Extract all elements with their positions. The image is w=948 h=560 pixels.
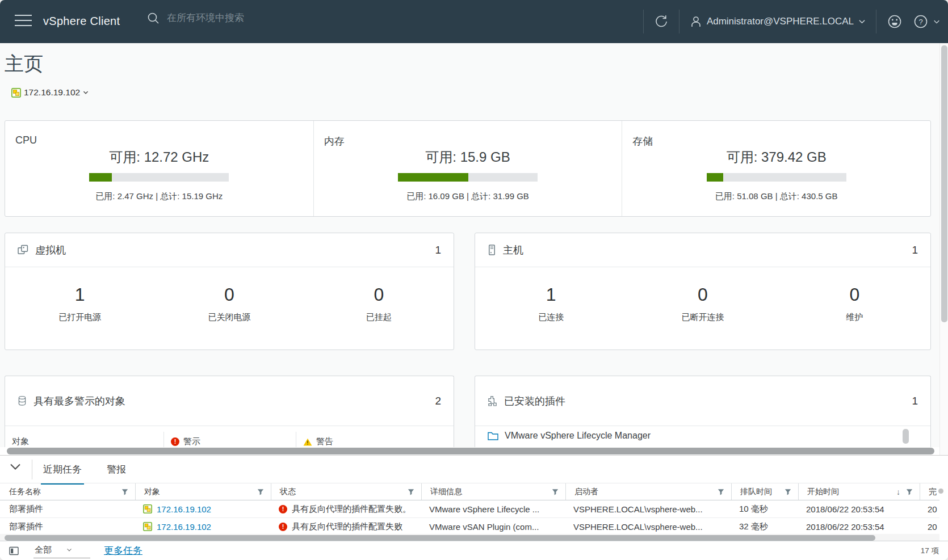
vm-stat-suspended[interactable]: 0 已挂起	[304, 267, 454, 350]
feedback-button[interactable]	[887, 14, 903, 30]
filter-icon[interactable]	[906, 489, 913, 495]
user-menu[interactable]: Administrator@VSPHERE.LOCAL	[690, 15, 866, 28]
task-target-link[interactable]: 172.16.19.102	[157, 522, 211, 532]
task-status: 具有反向代理的插件配置失败	[292, 521, 402, 532]
task-queued-cell: 32 毫秒	[731, 518, 798, 535]
main-vertical-scrollbar[interactable]	[939, 43, 948, 455]
tab-recent-tasks[interactable]: 近期任务	[41, 456, 84, 485]
col-queued[interactable]: 排队时间	[731, 483, 798, 500]
vcenter-address: 172.16.19.102	[24, 87, 80, 98]
col-task-name[interactable]: 任务名称	[0, 483, 135, 500]
col-status[interactable]: 状态	[271, 483, 421, 500]
filter-icon[interactable]	[408, 489, 414, 495]
scrollbar-thumb[interactable]	[941, 45, 947, 322]
resource-summary-panel: CPU 可用: 12.72 GHz 已用: 2.47 GHz | 总计: 15.…	[5, 120, 931, 217]
host-stat-maintenance[interactable]: 0 维护	[779, 267, 930, 350]
col-initiator[interactable]: 启动者	[565, 483, 731, 500]
most-alerts-panel: 具有最多警示的对象 2 对象 ! 警示 警告	[5, 376, 454, 447]
storage-section: 存储 可用: 379.42 GB 已用: 51.08 GB | 总计: 430.…	[622, 121, 930, 216]
column-settings-icon[interactable]	[9, 546, 19, 555]
vcenter-object-link[interactable]: 172.16.19.102	[11, 87, 89, 98]
task-pane-tabs: 近期任务 警报	[41, 456, 128, 485]
col-completion[interactable]: 完	[920, 483, 939, 500]
more-tasks-link[interactable]: 更多任务	[104, 544, 142, 557]
task-queued-cell: 10 毫秒	[731, 500, 798, 517]
stat-value: 0	[627, 284, 778, 305]
stat-label: 已连接	[475, 312, 627, 323]
host-panel: 主机 1 1 已连接 0 已断开连接 0 维护	[475, 233, 931, 350]
filter-icon[interactable]	[718, 489, 724, 495]
chevron-down-icon	[66, 548, 72, 552]
stat-value: 1	[5, 284, 154, 305]
plugins-scrollbar-thumb[interactable]	[903, 429, 909, 444]
plugin-list-item[interactable]: VMware vSphere Lifecycle Manager	[488, 431, 651, 441]
installed-plugins-title: 已安装的插件	[504, 394, 565, 408]
col-target[interactable]: 对象	[135, 483, 271, 500]
plugin-icon	[488, 395, 497, 406]
cpu-usage-bar	[89, 173, 229, 182]
installed-plugins-header: 已安装的插件 1	[475, 376, 930, 426]
filter-icon[interactable]	[785, 489, 791, 495]
host-stat-disconnected[interactable]: 0 已断开连接	[627, 267, 778, 350]
task-completion: 20	[928, 504, 937, 514]
filter-icon[interactable]	[121, 489, 128, 495]
task-queued: 10 毫秒	[739, 504, 768, 515]
host-stat-connected[interactable]: 1 已连接	[475, 267, 627, 350]
divider	[32, 460, 32, 479]
main-horizontal-scrollbar[interactable]	[0, 447, 939, 455]
tasks-status-bar: 全部 更多任务 17 项	[0, 541, 948, 560]
help-icon: ?	[913, 14, 929, 30]
folder-icon	[488, 431, 498, 440]
vm-stat-powered-off[interactable]: 0 已关闭电源	[154, 267, 304, 350]
col-start-time[interactable]: 开始时间 ↓	[798, 483, 920, 500]
filter-icon[interactable]	[257, 489, 264, 495]
col-details[interactable]: 详细信息	[421, 483, 565, 500]
most-alerts-count[interactable]: 2	[435, 395, 441, 407]
divider	[876, 10, 876, 33]
tasks-vertical-scrollbar-thumb[interactable]	[938, 489, 943, 494]
vm-panel: 虚拟机 1 1 已打开电源 0 已关闭电源 0 已挂起	[5, 233, 454, 350]
vm-panel-title: 虚拟机	[35, 243, 66, 257]
vm-count[interactable]: 1	[435, 244, 441, 256]
plugin-name: VMware vSphere Lifecycle Manager	[505, 431, 651, 441]
error-icon: !	[171, 437, 179, 446]
alerts-col-object[interactable]: 对象	[5, 432, 163, 447]
memory-label: 内存	[324, 134, 345, 148]
vm-stat-powered-on[interactable]: 1 已打开电源	[5, 267, 154, 350]
scrollbar-thumb[interactable]	[5, 535, 875, 541]
search-icon	[146, 11, 160, 25]
task-filter-select[interactable]: 全部	[33, 544, 90, 558]
column-label: 对象	[144, 487, 160, 497]
alerts-col-alerts[interactable]: ! 警示	[163, 432, 296, 447]
main-content: 主页 172.16.19.102 CPU 可用: 12.72 GHz 已用: 2…	[0, 43, 948, 455]
task-target-cell: 172.16.19.102	[135, 500, 271, 517]
refresh-button[interactable]	[654, 14, 669, 29]
smiley-icon	[887, 14, 903, 30]
column-label: 警示	[183, 436, 200, 447]
task-target-link[interactable]: 172.16.19.102	[157, 504, 211, 514]
vcenter-icon	[11, 88, 21, 98]
stat-value: 0	[154, 284, 304, 305]
storage-usage-bar	[707, 173, 846, 182]
stat-label: 已挂起	[304, 312, 454, 323]
alerts-col-warnings[interactable]: 警告	[296, 432, 454, 447]
scrollbar-thumb[interactable]	[7, 448, 934, 454]
filter-icon[interactable]	[552, 489, 559, 495]
task-filter-value: 全部	[35, 545, 52, 555]
sort-descending-icon[interactable]: ↓	[896, 487, 900, 496]
task-row[interactable]: 部署插件 172.16.19.102 ! 具有反向代理的插件配置失败 VMwar…	[0, 518, 939, 536]
task-completion: 20	[928, 522, 937, 532]
host-count[interactable]: 1	[912, 244, 918, 256]
column-label: 状态	[280, 487, 296, 497]
memory-usage-fill	[398, 173, 468, 182]
hamburger-menu-icon[interactable]	[15, 15, 32, 28]
help-menu[interactable]: ?	[913, 14, 940, 30]
stat-label: 已断开连接	[627, 312, 778, 323]
installed-plugins-count[interactable]: 1	[912, 395, 918, 407]
collapse-pane-button[interactable]	[9, 463, 22, 474]
search-input[interactable]	[167, 12, 349, 24]
tab-alarms[interactable]: 警报	[104, 456, 128, 485]
vcenter-icon	[143, 504, 152, 513]
cpu-usage-fill	[89, 173, 112, 182]
task-row[interactable]: 部署插件 172.16.19.102 ! 具有反向代理的插件配置失败。 VMwa…	[0, 500, 939, 518]
